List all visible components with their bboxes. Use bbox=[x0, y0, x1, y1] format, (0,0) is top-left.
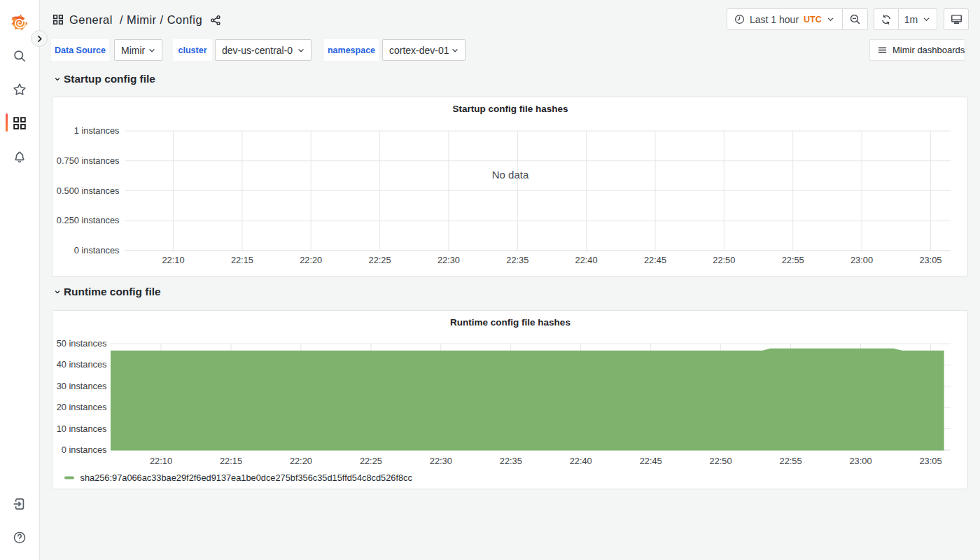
svg-text:23:05: 23:05 bbox=[919, 255, 941, 265]
svg-text:1 instances: 1 instances bbox=[74, 125, 120, 136]
svg-text:22:55: 22:55 bbox=[780, 456, 802, 466]
svg-text:20 instances: 20 instances bbox=[57, 402, 107, 412]
svg-text:22:15: 22:15 bbox=[231, 255, 253, 265]
svg-text:0 instances: 0 instances bbox=[62, 444, 107, 455]
svg-text:22:10: 22:10 bbox=[150, 456, 172, 466]
svg-text:30 instances: 30 instances bbox=[57, 381, 107, 391]
svg-text:0.500 instances: 0.500 instances bbox=[57, 186, 120, 196]
svg-text:0.250 instances: 0.250 instances bbox=[57, 215, 120, 225]
svg-text:Runtime config file hashes: Runtime config file hashes bbox=[450, 317, 570, 328]
svg-text:Startup config file hashes: Startup config file hashes bbox=[452, 104, 568, 114]
svg-text:22:25: 22:25 bbox=[369, 255, 391, 265]
svg-text:sha256:97a066ac33bae29f2f6ed91: sha256:97a066ac33bae29f2f6ed9137ea1be0dc… bbox=[80, 472, 413, 483]
svg-text:22:25: 22:25 bbox=[360, 456, 382, 466]
svg-text:No data: No data bbox=[492, 169, 529, 181]
svg-text:22:50: 22:50 bbox=[713, 255, 735, 265]
svg-text:22:15: 22:15 bbox=[220, 456, 242, 466]
svg-text:40 instances: 40 instances bbox=[57, 359, 107, 370]
svg-text:22:20: 22:20 bbox=[290, 456, 312, 466]
svg-text:22:40: 22:40 bbox=[570, 456, 592, 466]
svg-text:22:10: 22:10 bbox=[162, 255, 184, 265]
svg-text:0.750 instances: 0.750 instances bbox=[57, 155, 120, 166]
svg-text:22:45: 22:45 bbox=[640, 456, 662, 466]
svg-text:22:35: 22:35 bbox=[500, 456, 522, 466]
svg-text:23:00: 23:00 bbox=[850, 255, 873, 265]
svg-text:23:05: 23:05 bbox=[919, 456, 941, 466]
svg-text:22:30: 22:30 bbox=[430, 456, 452, 466]
svg-text:22:40: 22:40 bbox=[575, 255, 598, 265]
svg-text:0 instances: 0 instances bbox=[74, 245, 120, 255]
svg-text:22:50: 22:50 bbox=[710, 456, 732, 466]
svg-text:22:55: 22:55 bbox=[782, 255, 804, 265]
svg-text:10 instances: 10 instances bbox=[57, 424, 107, 434]
svg-text:22:30: 22:30 bbox=[438, 255, 460, 265]
svg-text:23:00: 23:00 bbox=[849, 456, 872, 466]
svg-text:50 instances: 50 instances bbox=[57, 338, 107, 349]
svg-text:22:45: 22:45 bbox=[644, 255, 666, 265]
svg-text:22:20: 22:20 bbox=[300, 255, 322, 265]
svg-text:22:35: 22:35 bbox=[506, 255, 528, 265]
